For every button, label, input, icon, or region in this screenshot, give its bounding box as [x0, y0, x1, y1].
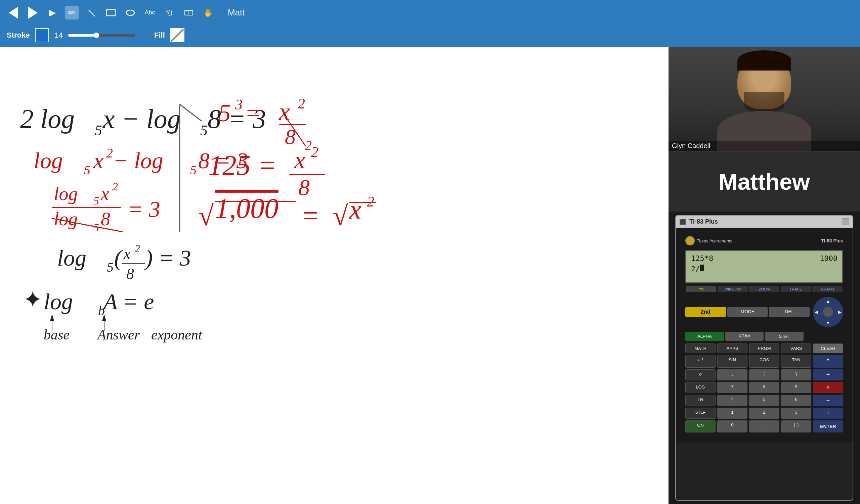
- svg-text:2: 2: [298, 95, 305, 112]
- hand-tool[interactable]: ✋: [202, 6, 215, 19]
- mode-button[interactable]: MODE: [727, 307, 768, 317]
- screen-result: 1000: [820, 254, 837, 263]
- nav-right[interactable]: ▶: [838, 309, 842, 315]
- pen-tool[interactable]: ✏: [65, 6, 78, 19]
- svg-text:A = e: A = e: [102, 289, 154, 314]
- xt-theta-n-button[interactable]: X,T,θ,n: [725, 332, 764, 341]
- sto-button[interactable]: STO▸: [685, 407, 716, 419]
- eraser-tool[interactable]: [182, 6, 196, 19]
- whiteboard[interactable]: 2 log 5 x − log 5 8 = 3 log 5 x 2 − log …: [0, 47, 669, 504]
- line-tool[interactable]: |: [82, 3, 101, 22]
- 9-button[interactable]: 9: [781, 382, 811, 393]
- plus-button[interactable]: +: [813, 407, 843, 419]
- x-squared-button[interactable]: x²: [685, 369, 716, 381]
- open-paren-button[interactable]: (: [749, 369, 779, 381]
- ti-brand-name: Texas Instruments: [697, 238, 732, 243]
- on-button[interactable]: ON: [685, 420, 716, 432]
- svg-text:2: 2: [112, 180, 118, 193]
- fill-color-picker[interactable]: [170, 28, 184, 42]
- vars-button[interactable]: VARS: [781, 343, 811, 353]
- fill-label: Fill: [154, 31, 165, 40]
- 7-button[interactable]: 7: [717, 382, 747, 393]
- nav-ring[interactable]: ▲ ▼ ◀ ▶: [813, 297, 843, 327]
- svg-text:√: √: [333, 200, 348, 231]
- 8-button[interactable]: 8: [749, 382, 779, 393]
- comma-button[interactable]: ,: [717, 369, 747, 381]
- nav-left[interactable]: ◀: [815, 309, 818, 315]
- 2nd-button[interactable]: 2nd: [685, 307, 726, 317]
- svg-text:x: x: [349, 195, 361, 224]
- select-tool[interactable]: ▶: [46, 6, 59, 19]
- cos-button[interactable]: COS: [749, 355, 779, 368]
- svg-text:2: 2: [135, 242, 140, 253]
- student-name: Matthew: [719, 168, 810, 195]
- ti-model-name: TI-83 Plus: [821, 238, 843, 243]
- svg-text:√: √: [198, 200, 214, 231]
- rect-tool[interactable]: [104, 6, 118, 19]
- nav-down[interactable]: ▼: [826, 320, 830, 325]
- neg-button[interactable]: (–): [781, 420, 811, 432]
- svg-text:log: log: [44, 289, 73, 314]
- 4-button[interactable]: 4: [717, 395, 747, 406]
- ln-button[interactable]: LN: [685, 395, 716, 406]
- decimal-button[interactable]: .: [749, 420, 779, 432]
- window-button[interactable]: WINDOW: [718, 286, 748, 292]
- close-paren-button[interactable]: ): [781, 369, 811, 381]
- 0-button[interactable]: 0: [717, 420, 747, 432]
- ellipse-tool[interactable]: [124, 6, 137, 19]
- svg-text:2 log: 2 log: [20, 104, 75, 134]
- svg-text:x: x: [123, 245, 131, 262]
- back-arrow-button[interactable]: [7, 6, 20, 19]
- 1-button[interactable]: 1: [717, 407, 747, 419]
- stroke-size-value: 14: [54, 31, 62, 40]
- ti-logo-circle: [685, 236, 695, 246]
- divide-button[interactable]: ÷: [813, 369, 843, 381]
- graph-button[interactable]: GRAPH: [812, 286, 843, 292]
- apps-button[interactable]: APPS: [717, 343, 747, 353]
- 2-button[interactable]: 2: [749, 407, 779, 419]
- del-button[interactable]: DEL: [769, 307, 809, 317]
- minus-button[interactable]: −: [813, 395, 843, 406]
- 3-button[interactable]: 3: [781, 407, 811, 419]
- video-name-badge: Glyn Caddell: [669, 141, 860, 151]
- text-tool[interactable]: Abc: [143, 6, 157, 19]
- stroke-color-picker[interactable]: [35, 28, 49, 42]
- sin-button[interactable]: SIN: [717, 355, 747, 368]
- clear-button[interactable]: CLEAR: [813, 343, 843, 353]
- trace-button[interactable]: TRACE: [781, 286, 811, 292]
- right-side-equations: 5 3 = x 2 8 2 125 = x 2 8: [198, 95, 376, 231]
- math-button[interactable]: MATH: [685, 343, 716, 353]
- log-button[interactable]: LOG: [685, 382, 716, 393]
- log-formula: ✦ log b A = e base Answer exponent: [23, 286, 203, 342]
- calc-minimize-button[interactable]: —: [843, 218, 849, 225]
- svg-rect-0: [106, 10, 115, 16]
- nav-center[interactable]: [823, 307, 833, 317]
- 6-button[interactable]: 6: [781, 395, 811, 406]
- enter-button[interactable]: ENTER: [813, 420, 843, 432]
- toolbar: ▶ ✏ | Abc f() ✋ Matt Stroke 14 Fill: [0, 0, 860, 47]
- nav-up[interactable]: ▲: [826, 298, 830, 304]
- svg-text:x: x: [93, 148, 103, 173]
- stroke-size-slider[interactable]: [68, 34, 135, 36]
- stat-button[interactable]: STAT: [765, 332, 804, 341]
- zoom-button[interactable]: ZOOM: [749, 286, 779, 292]
- svg-text:2: 2: [106, 145, 113, 161]
- svg-text:x: x: [294, 146, 305, 174]
- svg-text:log: log: [33, 148, 63, 173]
- power-button[interactable]: ^: [813, 355, 843, 368]
- forward-arrow-button[interactable]: [26, 6, 40, 19]
- tan-button[interactable]: TAN: [781, 355, 811, 368]
- 5-button[interactable]: 5: [749, 395, 779, 406]
- multiply-button[interactable]: ×: [813, 382, 843, 393]
- calculator-window[interactable]: ⬛ TI-83 Plus — Texas Instruments TI-83 P…: [675, 215, 853, 501]
- svg-text:125 =: 125 =: [208, 150, 277, 181]
- ti-logo: Texas Instruments: [685, 236, 732, 246]
- formula-tool[interactable]: f(): [162, 6, 176, 19]
- x-inv-button[interactable]: x⁻¹: [685, 355, 716, 368]
- video-feed: Glyn Caddell: [669, 47, 860, 151]
- prgm-button[interactable]: PRGM: [749, 343, 779, 353]
- y-equals-button[interactable]: Y=: [686, 286, 716, 292]
- alpha-button[interactable]: ALPHA: [685, 332, 724, 341]
- user-name-toolbar: Matt: [228, 8, 245, 18]
- toolbar-bottom: Stroke 14 Fill: [7, 25, 853, 45]
